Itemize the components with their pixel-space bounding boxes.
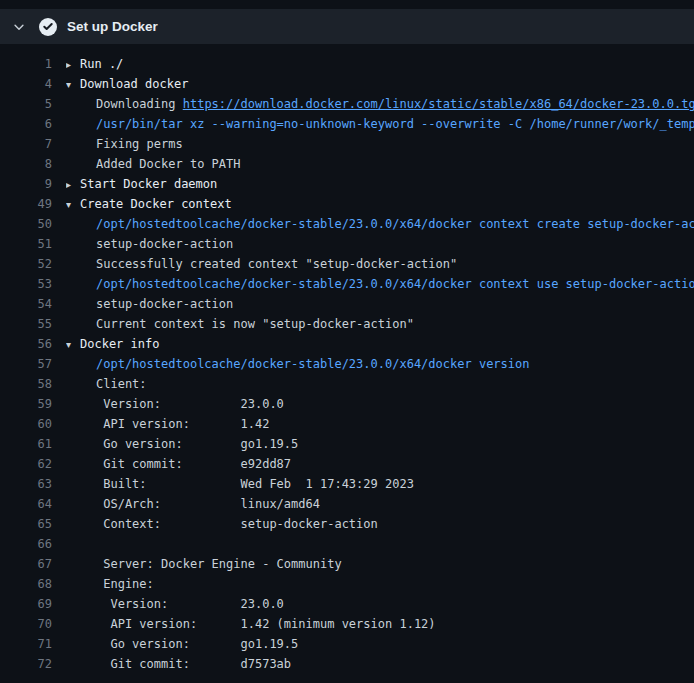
line-number[interactable]: 54 <box>0 294 52 314</box>
log-text: Fixing perms <box>96 137 183 151</box>
line-number[interactable]: 5 <box>0 94 52 114</box>
line-content: ▾Download docker <box>66 74 694 94</box>
log-line: 57/opt/hostedtoolcache/docker-stable/23.… <box>0 354 694 374</box>
chevron-expanded-icon[interactable]: ▾ <box>66 195 80 214</box>
log-line: 55Current context is now "setup-docker-a… <box>0 314 694 334</box>
log-line: 6/usr/bin/tar xz --warning=no-unknown-ke… <box>0 114 694 134</box>
chevron-collapsed-icon[interactable]: ▸ <box>66 55 80 74</box>
log-text: setup-docker-action <box>96 237 233 251</box>
log-line: 70 API version: 1.42 (minimum version 1.… <box>0 614 694 634</box>
chevron-down-icon[interactable] <box>12 20 26 34</box>
line-number[interactable]: 61 <box>0 434 52 454</box>
log-container: 1▸Run ./4▾Download docker5Downloading ht… <box>0 44 694 674</box>
log-line[interactable]: 9▸Start Docker daemon <box>0 174 694 194</box>
log-text: Go version: go1.19.5 <box>96 437 298 451</box>
line-number[interactable]: 66 <box>0 534 52 554</box>
line-number[interactable]: 60 <box>0 414 52 434</box>
group-title[interactable]: Docker info <box>80 337 159 351</box>
log-line[interactable]: 4▾Download docker <box>0 74 694 94</box>
line-number[interactable]: 4 <box>0 74 52 94</box>
log-lines: 1▸Run ./4▾Download docker5Downloading ht… <box>0 54 694 674</box>
log-line: 72 Git commit: d7573ab <box>0 654 694 674</box>
line-content: Git commit: e92dd87 <box>66 454 694 474</box>
line-number[interactable]: 59 <box>0 394 52 414</box>
line-number[interactable]: 8 <box>0 154 52 174</box>
line-content: /opt/hostedtoolcache/docker-stable/23.0.… <box>66 354 694 374</box>
line-number[interactable]: 6 <box>0 114 52 134</box>
line-content: /usr/bin/tar xz --warning=no-unknown-key… <box>66 114 694 134</box>
line-content: ▸Start Docker daemon <box>66 174 694 194</box>
log-link[interactable]: https://download.docker.com/linux/static… <box>183 97 694 111</box>
line-number[interactable]: 57 <box>0 354 52 374</box>
log-line: 64 OS/Arch: linux/amd64 <box>0 494 694 514</box>
line-number[interactable]: 7 <box>0 134 52 154</box>
group-title[interactable]: Create Docker context <box>80 197 232 211</box>
log-text: Successfully created context "setup-dock… <box>96 257 457 271</box>
line-content: Git commit: d7573ab <box>66 654 694 674</box>
line-number[interactable]: 65 <box>0 514 52 534</box>
group-title[interactable]: Download docker <box>80 77 188 91</box>
group-title[interactable]: Run ./ <box>80 57 123 71</box>
line-number[interactable]: 62 <box>0 454 52 474</box>
chevron-expanded-icon[interactable]: ▾ <box>66 75 80 94</box>
log-line: 59 Version: 23.0.0 <box>0 394 694 414</box>
line-content: Version: 23.0.0 <box>66 594 694 614</box>
line-content: ▾Create Docker context <box>66 194 694 214</box>
line-number[interactable]: 52 <box>0 254 52 274</box>
line-number[interactable]: 63 <box>0 474 52 494</box>
log-line: 52Successfully created context "setup-do… <box>0 254 694 274</box>
line-number[interactable]: 69 <box>0 594 52 614</box>
line-content: Added Docker to PATH <box>66 154 694 174</box>
log-text: /opt/hostedtoolcache/docker-stable/23.0.… <box>96 277 694 291</box>
line-content: ▾Docker info <box>66 334 694 354</box>
line-content: Version: 23.0.0 <box>66 394 694 414</box>
line-content: Server: Docker Engine - Community <box>66 554 694 574</box>
line-number[interactable]: 58 <box>0 374 52 394</box>
log-line: 54setup-docker-action <box>0 294 694 314</box>
log-line: 7Fixing perms <box>0 134 694 154</box>
step-header[interactable]: Set up Docker <box>0 9 694 44</box>
log-line: 61 Go version: go1.19.5 <box>0 434 694 454</box>
log-line: 68 Engine: <box>0 574 694 594</box>
line-number[interactable]: 56 <box>0 334 52 354</box>
log-line: 8Added Docker to PATH <box>0 154 694 174</box>
log-text: Version: 23.0.0 <box>96 597 284 611</box>
log-line[interactable]: 49▾Create Docker context <box>0 194 694 214</box>
chevron-collapsed-icon[interactable]: ▸ <box>66 175 80 194</box>
line-number[interactable]: 70 <box>0 614 52 634</box>
line-number[interactable]: 55 <box>0 314 52 334</box>
line-content: setup-docker-action <box>66 294 694 314</box>
line-content: Engine: <box>66 574 694 594</box>
log-line: 71 Go version: go1.19.5 <box>0 634 694 654</box>
step-title: Set up Docker <box>67 19 158 34</box>
log-line[interactable]: 56▾Docker info <box>0 334 694 354</box>
line-number[interactable]: 67 <box>0 554 52 574</box>
line-content: Successfully created context "setup-dock… <box>66 254 694 274</box>
line-content: setup-docker-action <box>66 234 694 254</box>
line-number[interactable]: 72 <box>0 654 52 674</box>
line-number[interactable]: 64 <box>0 494 52 514</box>
log-text: Git commit: e92dd87 <box>96 457 291 471</box>
line-content: OS/Arch: linux/amd64 <box>66 494 694 514</box>
line-content: Go version: go1.19.5 <box>66 434 694 454</box>
line-content: Context: setup-docker-action <box>66 514 694 534</box>
line-number[interactable]: 1 <box>0 54 52 74</box>
log-text: Added Docker to PATH <box>96 157 241 171</box>
line-number[interactable]: 49 <box>0 194 52 214</box>
line-number[interactable]: 51 <box>0 234 52 254</box>
log-text: Downloading <box>96 97 183 111</box>
line-content: Downloading https://download.docker.com/… <box>66 94 694 114</box>
line-content: API version: 1.42 (minimum version 1.12) <box>66 614 694 634</box>
log-line[interactable]: 1▸Run ./ <box>0 54 694 74</box>
line-number[interactable]: 68 <box>0 574 52 594</box>
line-number[interactable]: 53 <box>0 274 52 294</box>
group-title[interactable]: Start Docker daemon <box>80 177 217 191</box>
line-number[interactable]: 50 <box>0 214 52 234</box>
log-line: 63 Built: Wed Feb 1 17:43:29 2023 <box>0 474 694 494</box>
log-text: Context: setup-docker-action <box>96 517 378 531</box>
chevron-expanded-icon[interactable]: ▾ <box>66 335 80 354</box>
line-content: /opt/hostedtoolcache/docker-stable/23.0.… <box>66 214 694 234</box>
line-number[interactable]: 71 <box>0 634 52 654</box>
log-line: 66 <box>0 534 694 554</box>
line-number[interactable]: 9 <box>0 174 52 194</box>
